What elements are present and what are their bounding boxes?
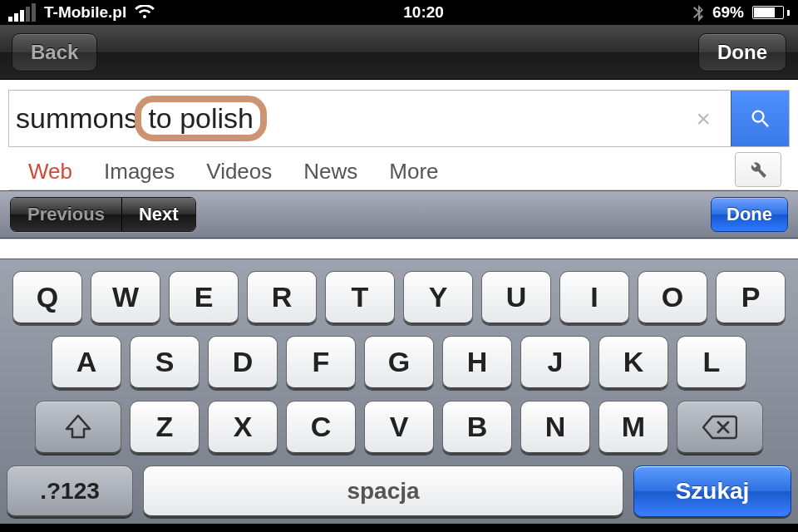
key-o[interactable]: O — [638, 271, 707, 324]
tab-web[interactable]: Web — [28, 159, 72, 185]
settings-button[interactable] — [735, 152, 781, 187]
key-u[interactable]: U — [481, 271, 551, 324]
shift-icon — [64, 414, 92, 441]
result-peek — [0, 239, 798, 259]
form-assistant-bar: Previous Next Done — [0, 190, 798, 239]
navigation-bar: Back Done — [0, 25, 798, 80]
clear-search-icon[interactable]: × — [682, 105, 724, 133]
key-k[interactable]: K — [598, 336, 668, 389]
mode-key[interactable]: .?123 — [7, 466, 133, 517]
key-w[interactable]: W — [91, 271, 160, 324]
key-y[interactable]: Y — [403, 271, 473, 324]
tab-more[interactable]: More — [389, 159, 438, 185]
key-n[interactable]: N — [520, 401, 590, 454]
prev-next-segment: Previous Next — [10, 197, 196, 232]
carrier-label: T-Mobile.pl — [44, 3, 126, 22]
key-p[interactable]: P — [716, 271, 786, 324]
key-b[interactable]: B — [442, 401, 512, 454]
keyboard-done-button[interactable]: Done — [711, 197, 788, 232]
wifi-icon — [135, 5, 155, 20]
search-button[interactable] — [731, 91, 789, 146]
tab-images[interactable]: Images — [104, 159, 175, 185]
key-v[interactable]: V — [364, 401, 434, 454]
key-h[interactable]: H — [442, 336, 512, 389]
search-highlight: to polish — [135, 96, 267, 141]
key-z[interactable]: Z — [130, 401, 200, 454]
battery-percent: 69% — [712, 3, 744, 22]
key-t[interactable]: T — [325, 271, 395, 324]
key-q[interactable]: Q — [12, 271, 82, 324]
keyboard: QWERTYUIOP ASDFGHJKL ZXCVBNM .?123 spacj… — [0, 259, 798, 524]
key-e[interactable]: E — [169, 271, 239, 324]
search-icon — [749, 107, 772, 131]
search-action-key[interactable]: Szukaj — [633, 466, 791, 517]
key-c[interactable]: C — [286, 401, 356, 454]
key-f[interactable]: F — [286, 336, 356, 389]
shift-key[interactable] — [35, 401, 121, 454]
tab-videos[interactable]: Videos — [206, 159, 272, 185]
signal-strength-icon — [8, 3, 36, 22]
battery-icon — [752, 6, 790, 19]
key-d[interactable]: D — [208, 336, 278, 389]
key-r[interactable]: R — [247, 271, 317, 324]
search-query-text: summons — [16, 102, 138, 135]
key-i[interactable]: I — [559, 271, 629, 324]
search-input[interactable]: summons to polish × — [9, 91, 731, 146]
back-button[interactable]: Back — [12, 33, 97, 71]
bluetooth-icon — [692, 3, 704, 22]
wrench-icon — [748, 160, 768, 180]
key-m[interactable]: M — [598, 401, 668, 454]
search-area: summons to polish × Web Images Videos Ne… — [0, 80, 798, 190]
search-tabs: Web Images Videos News More — [8, 147, 790, 190]
next-button[interactable]: Next — [122, 198, 195, 231]
backspace-key[interactable] — [677, 401, 763, 454]
space-key[interactable]: spacja — [143, 466, 623, 517]
backspace-icon — [702, 415, 737, 440]
key-x[interactable]: X — [208, 401, 278, 454]
tab-news[interactable]: News — [303, 159, 357, 185]
key-a[interactable]: A — [52, 336, 121, 389]
status-bar: T-Mobile.pl 10:20 69% — [0, 0, 798, 25]
key-s[interactable]: S — [130, 336, 200, 389]
key-l[interactable]: L — [677, 336, 746, 389]
clock: 10:20 — [403, 3, 444, 22]
key-j[interactable]: J — [520, 336, 590, 389]
done-button[interactable]: Done — [698, 33, 786, 71]
key-g[interactable]: G — [364, 336, 434, 389]
previous-button[interactable]: Previous — [11, 198, 122, 231]
